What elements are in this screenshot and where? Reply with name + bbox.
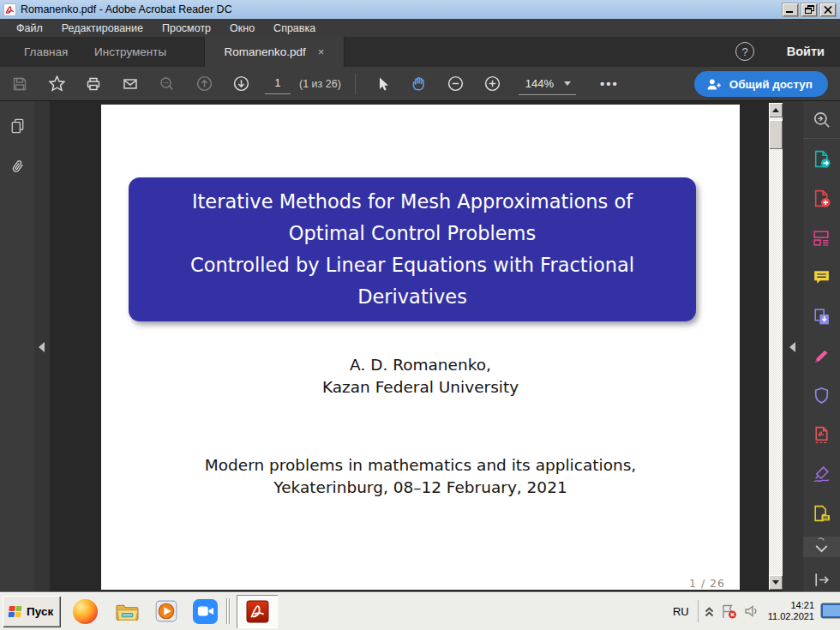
help-icon[interactable]: ? bbox=[735, 42, 754, 61]
next-page-button[interactable] bbox=[226, 69, 255, 99]
menu-edit[interactable]: Редактирование bbox=[52, 22, 153, 34]
volume-icon[interactable] bbox=[743, 603, 760, 620]
left-panel-collapse-strip[interactable] bbox=[34, 101, 50, 591]
action-center-flag-icon[interactable] bbox=[720, 603, 738, 620]
comment-icon[interactable] bbox=[803, 257, 840, 297]
restore-button[interactable] bbox=[801, 3, 818, 17]
right-panel-collapse-strip[interactable] bbox=[783, 101, 803, 591]
document-area[interactable]: Iterative Methods for Mesh Approximation… bbox=[50, 101, 769, 591]
tab-home[interactable]: Главная bbox=[12, 37, 80, 67]
conference-date: Yekaterinburg, 08–12 February, 2021 bbox=[101, 477, 740, 499]
page-count-label: (1 из 26) bbox=[299, 78, 341, 90]
share-button-label: Общий доступ bbox=[729, 78, 813, 91]
start-button[interactable]: Пуск bbox=[3, 596, 61, 627]
minimize-button[interactable] bbox=[782, 3, 799, 17]
menu-window[interactable]: Окно bbox=[220, 22, 264, 34]
clock-date: 11.02.2021 bbox=[768, 611, 814, 622]
tab-document-label: Romanenko.pdf bbox=[225, 45, 306, 58]
star-bookmark-button[interactable] bbox=[42, 69, 71, 99]
triangle-up-icon bbox=[772, 108, 779, 112]
slide-title-box: Iterative Methods for Mesh Approximation… bbox=[129, 177, 696, 321]
display-monitor-icon[interactable] bbox=[820, 602, 840, 621]
acrobat-reader-window: Romanenko.pdf - Adobe Acrobat Reader DC … bbox=[0, 0, 840, 630]
scrollbar-thumb[interactable] bbox=[769, 120, 783, 149]
slide-title-line: Controlled by Linear Equations with Frac… bbox=[129, 249, 696, 281]
email-button[interactable] bbox=[116, 69, 145, 99]
clock-time: 14:21 bbox=[768, 600, 814, 611]
menu-bar: Файл Редактирование Просмотр Окно Справк… bbox=[0, 19, 840, 37]
window-titlebar[interactable]: Romanenko.pdf - Adobe Acrobat Reader DC bbox=[0, 0, 840, 19]
page-number-input[interactable]: 1 bbox=[265, 74, 291, 94]
scroll-up-button[interactable] bbox=[769, 103, 783, 117]
zoom-level-dropdown[interactable]: 144% bbox=[519, 73, 576, 95]
scroll-down-button[interactable] bbox=[769, 575, 783, 590]
zoom-level-value: 144% bbox=[525, 77, 554, 90]
slide-title-line: Optimal Control Problems bbox=[129, 218, 696, 249]
search-tools-icon[interactable] bbox=[803, 101, 840, 139]
vertical-scrollbar[interactable] bbox=[769, 103, 783, 590]
window-title: Romanenko.pdf - Adobe Acrobat Reader DC bbox=[21, 3, 232, 15]
quick-launch-separator bbox=[225, 598, 231, 624]
menu-help[interactable]: Справка bbox=[264, 22, 325, 34]
tab-close-icon[interactable]: × bbox=[318, 45, 325, 58]
system-tray: RU 14:21 11.02.2021 bbox=[667, 592, 840, 630]
combine-files-icon[interactable] bbox=[803, 297, 840, 336]
acrobat-app-icon bbox=[3, 3, 16, 16]
edit-pdf-icon[interactable] bbox=[803, 218, 840, 257]
compress-pdf-icon[interactable] bbox=[803, 415, 840, 454]
request-signatures-icon[interactable] bbox=[803, 494, 840, 533]
zoom-app-icon[interactable] bbox=[193, 599, 218, 624]
close-button[interactable] bbox=[819, 3, 837, 17]
export-pdf-icon[interactable] bbox=[803, 139, 840, 178]
search-button[interactable] bbox=[153, 69, 182, 99]
collapse-right-icon bbox=[789, 342, 795, 352]
slide-conference: Modern problems in mathematics and its a… bbox=[101, 454, 740, 499]
toolbar-divider bbox=[355, 74, 356, 94]
media-player-icon[interactable] bbox=[154, 599, 178, 623]
slide-page-indicator: 1 / 26 bbox=[689, 577, 725, 590]
file-explorer-icon[interactable] bbox=[114, 600, 141, 623]
menu-file[interactable]: Файл bbox=[7, 22, 52, 34]
firefox-icon[interactable] bbox=[73, 599, 98, 624]
tab-tools[interactable]: Инструменты bbox=[82, 37, 178, 67]
tray-divider bbox=[698, 600, 699, 622]
menu-view[interactable]: Просмотр bbox=[153, 22, 220, 34]
zoom-out-button[interactable] bbox=[441, 69, 471, 99]
start-button-label: Пуск bbox=[27, 605, 53, 618]
create-pdf-icon[interactable] bbox=[803, 178, 840, 218]
windows-logo-icon bbox=[8, 605, 22, 618]
previous-page-button[interactable] bbox=[189, 69, 219, 99]
page-thumbnails-icon[interactable] bbox=[2, 110, 33, 141]
zoom-in-button[interactable] bbox=[478, 69, 507, 99]
pdf-page: Iterative Methods for Mesh Approximation… bbox=[101, 105, 740, 590]
more-tools-strip[interactable] bbox=[803, 537, 840, 557]
conference-name: Modern problems in mathematics and its a… bbox=[101, 454, 740, 477]
expand-pane-icon[interactable] bbox=[803, 567, 840, 591]
fill-sign-icon[interactable] bbox=[803, 336, 840, 375]
acrobat-task-button[interactable] bbox=[237, 595, 278, 628]
protect-icon[interactable] bbox=[803, 375, 840, 415]
share-button[interactable]: Общий доступ bbox=[694, 71, 828, 97]
certificates-icon[interactable] bbox=[803, 454, 840, 494]
slide-title-line: Derivatives bbox=[129, 281, 696, 313]
tools-pane-rail bbox=[803, 101, 840, 591]
slide-author: A. D. Romanenko, Kazan Federal Universit… bbox=[101, 354, 740, 399]
tab-bar: Главная Инструменты Romanenko.pdf × ? Во… bbox=[0, 37, 840, 67]
author-affiliation: Kazan Federal University bbox=[101, 376, 740, 399]
author-name: A. D. Romanenko, bbox=[101, 354, 740, 376]
hidden-icons-chevron[interactable] bbox=[704, 603, 715, 619]
print-button[interactable] bbox=[79, 69, 108, 99]
taskbar: Пуск RU 14:21 11.02.2021 bbox=[0, 591, 840, 630]
save-button[interactable] bbox=[5, 69, 34, 99]
hand-tool-button[interactable] bbox=[405, 69, 434, 99]
sign-in-button[interactable]: Войти bbox=[787, 37, 825, 67]
more-tools-button[interactable]: ••• bbox=[600, 76, 619, 91]
main-area: Iterative Methods for Mesh Approximation… bbox=[0, 101, 840, 591]
chevron-down-icon bbox=[812, 537, 831, 557]
language-indicator[interactable]: RU bbox=[667, 605, 695, 618]
taskbar-clock[interactable]: 14:21 11.02.2021 bbox=[768, 600, 814, 622]
collapse-left-icon bbox=[39, 342, 45, 352]
tab-document[interactable]: Romanenko.pdf × bbox=[204, 37, 345, 67]
attachments-icon[interactable] bbox=[2, 151, 33, 182]
select-tool-button[interactable] bbox=[368, 69, 397, 99]
